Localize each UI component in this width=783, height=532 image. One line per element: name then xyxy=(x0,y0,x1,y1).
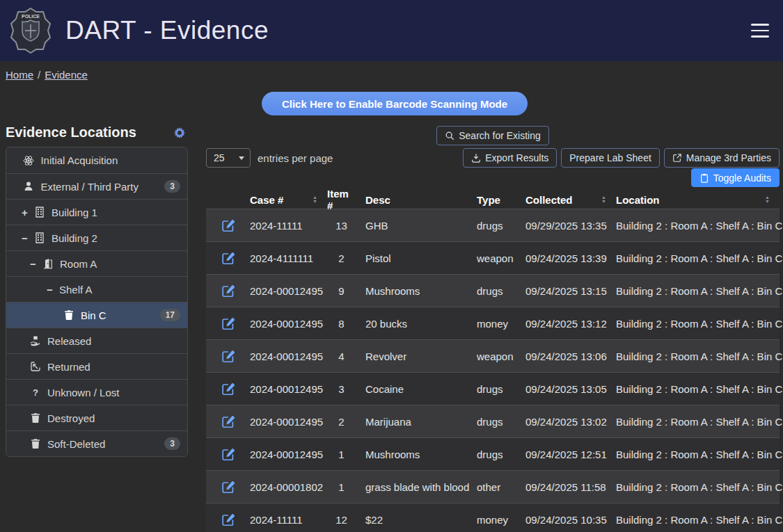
case-number-cell: 2024-00012495 xyxy=(250,383,327,395)
table-row: 2024-00012495 8 20 bucks money 09/24/202… xyxy=(206,307,780,339)
trash-icon xyxy=(63,309,74,321)
item-number-cell: 2 xyxy=(327,252,365,264)
edit-row-button[interactable] xyxy=(206,448,235,461)
desc-cell: Mushrooms xyxy=(365,449,477,460)
tree-item[interactable]: − Shelf A xyxy=(6,276,187,302)
item-number-cell: 8 xyxy=(327,318,365,330)
collected-cell: 09/24/2025 13:12 xyxy=(525,318,616,330)
pencil-square-icon xyxy=(222,481,235,494)
edit-row-button[interactable] xyxy=(206,317,235,330)
prepare-lab-sheet-button[interactable]: Prepare Lab Sheet xyxy=(561,148,660,168)
tree-item[interactable]: Soft-Deleted 3 xyxy=(6,430,187,456)
expander-toggle[interactable]: − xyxy=(47,284,57,296)
sort-arrows-icon: ▲▼ xyxy=(313,195,317,204)
location-cell: Building 2 : Room A : Shelf A : Bin C xyxy=(616,449,780,460)
breadcrumb: Home/Evidence xyxy=(0,61,783,87)
column-header[interactable]: Collected ▲▼ xyxy=(525,194,616,206)
type-cell: money xyxy=(477,514,525,526)
table-row: 2024-00012495 4 Revolver weapon 09/24/20… xyxy=(206,339,780,372)
location-cell: Building 2 : Room A : Shelf A : Bin C xyxy=(616,416,780,428)
expander-toggle[interactable]: − xyxy=(30,258,40,270)
case-number-cell: 2024-00012495 xyxy=(250,350,327,362)
desc-cell: Pistol xyxy=(365,252,477,264)
tree-item[interactable]: External / Third Party 3 xyxy=(6,173,187,199)
tree-item[interactable]: Unknown / Lost xyxy=(6,379,187,405)
tree-item-label: Room A xyxy=(60,258,97,270)
tree-item-label: Building 2 xyxy=(52,232,97,244)
case-number-cell: 2024-11111 xyxy=(250,514,327,526)
expander-toggle[interactable]: − xyxy=(22,232,32,244)
edit-row-button[interactable] xyxy=(206,252,235,265)
edit-row-button[interactable] xyxy=(206,481,235,494)
column-label: Desc xyxy=(365,194,390,206)
tree-item[interactable]: − Room A xyxy=(6,250,187,276)
evidence-table: Case # ▲▼ Item # Desc Type Collected ▲▼ xyxy=(206,188,780,532)
export-results-label: Export Results xyxy=(485,152,548,163)
column-header[interactable]: Desc xyxy=(365,194,477,206)
tree-item-label: Initial Acquisition xyxy=(40,154,118,166)
column-header[interactable]: Type xyxy=(477,194,525,206)
collected-cell: 09/24/2025 13:02 xyxy=(525,416,616,428)
table-row: 2024-11111 13 GHB drugs 09/29/2025 13:35… xyxy=(206,209,780,241)
item-number-cell: 3 xyxy=(327,383,365,395)
column-header[interactable]: Case # ▲▼ xyxy=(250,194,327,206)
police-badge-logo: POLICE xyxy=(10,8,52,54)
edit-row-button[interactable] xyxy=(206,219,235,232)
edit-row-button[interactable] xyxy=(206,513,235,526)
manage-3rd-parties-label: Manage 3rd Parties xyxy=(686,152,771,163)
edit-row-button[interactable] xyxy=(206,284,235,298)
tree-item-label: Shelf A xyxy=(59,284,93,296)
app-header: POLICE DART - Evidence xyxy=(0,0,783,61)
edit-row-button[interactable] xyxy=(206,350,235,363)
tree-item[interactable]: Destroyed xyxy=(6,405,187,430)
download-icon xyxy=(471,153,481,163)
table-row: 2024-00012495 1 Mushrooms drugs 09/24/20… xyxy=(206,437,780,470)
desc-cell: Marijuana xyxy=(365,416,477,428)
search-for-existing-button[interactable]: Search for Existing xyxy=(436,126,549,145)
count-badge: 3 xyxy=(164,180,180,193)
tree-item[interactable]: Bin C 17 xyxy=(6,302,187,328)
case-number-cell: 2024-11111 xyxy=(250,220,327,232)
type-cell: drugs xyxy=(477,449,525,460)
tree-item-label: Returned xyxy=(47,361,90,373)
tree-item[interactable]: Released xyxy=(6,328,187,353)
desc-cell: $22 xyxy=(365,514,477,526)
atom-icon xyxy=(23,155,34,166)
entries-per-page-select-wrap: 25 xyxy=(206,148,251,168)
trash-icon xyxy=(30,412,41,424)
collected-cell: 09/24/2025 12:51 xyxy=(525,449,616,460)
type-cell: drugs xyxy=(477,220,525,232)
table-row: 2024-11111 12 $22 money 09/24/2025 10:35… xyxy=(206,503,780,532)
breadcrumb-home-link[interactable]: Home xyxy=(6,69,33,81)
column-label: Case # xyxy=(250,194,283,206)
gear-icon[interactable] xyxy=(173,127,186,139)
column-header[interactable]: Item # xyxy=(327,188,365,211)
export-results-button[interactable]: Export Results xyxy=(463,148,557,168)
toggle-audits-button[interactable]: Toggle Audits xyxy=(691,168,780,187)
type-cell: drugs xyxy=(477,383,525,395)
column-label: Item # xyxy=(327,188,356,211)
pencil-square-icon xyxy=(222,415,235,428)
hamburger-menu-icon[interactable] xyxy=(750,21,770,40)
column-header[interactable]: Location ▲▼ xyxy=(616,194,780,206)
return-icon xyxy=(30,361,41,372)
evidence-locations-sidebar: Evidence Locations Initial Acquisition E… xyxy=(6,124,188,457)
collected-cell: 09/24/2025 13:06 xyxy=(525,350,616,362)
location-cell: Building 2 : Room A : Shelf A : Bin C xyxy=(616,350,780,362)
manage-3rd-parties-button[interactable]: Manage 3rd Parties xyxy=(664,148,780,168)
expander-toggle[interactable]: + xyxy=(22,207,32,218)
collected-cell: 09/24/2025 13:39 xyxy=(525,252,616,264)
tree-item[interactable]: Initial Acquisition xyxy=(6,147,187,173)
entries-per-page-select[interactable]: 25 xyxy=(206,148,251,168)
tree-item[interactable]: + Building 1 xyxy=(6,199,187,225)
edit-row-button[interactable] xyxy=(206,415,235,428)
tree-item[interactable]: Returned xyxy=(6,353,187,379)
tree-item[interactable]: − Building 2 xyxy=(6,225,187,250)
tree-item-label: Bin C xyxy=(81,309,106,321)
trash-icon xyxy=(30,438,41,449)
edit-row-button[interactable] xyxy=(206,382,235,396)
breadcrumb-current-link[interactable]: Evidence xyxy=(45,69,88,81)
barcode-scanning-mode-button[interactable]: Click Here to Enable Barcode Scanning Mo… xyxy=(262,92,528,115)
breadcrumb-separator: / xyxy=(38,69,40,81)
item-number-cell: 1 xyxy=(327,481,365,493)
